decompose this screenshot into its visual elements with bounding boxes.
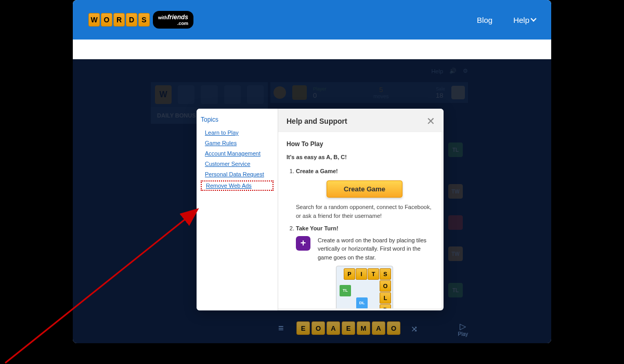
- topic-remove-ads[interactable]: Remove Web Ads: [206, 183, 270, 189]
- preview-tile-s: S: [380, 268, 391, 280]
- play-button[interactable]: ▷Play: [458, 321, 468, 337]
- header-nav: Blog Help: [477, 16, 536, 24]
- logo-letter-r: R: [113, 13, 125, 27]
- logo-letter-d: D: [126, 13, 137, 27]
- rack-tile-6[interactable]: O: [387, 321, 400, 335]
- logo-letter-s: S: [138, 13, 150, 27]
- modal-header: Help and Support ✕: [278, 109, 444, 132]
- help-label: Help: [513, 16, 529, 24]
- easy-as-text: It's as easy as A, B, C!: [287, 153, 433, 162]
- help-dropdown[interactable]: Help: [513, 16, 536, 24]
- blog-link[interactable]: Blog: [477, 16, 492, 24]
- rack-tile-2[interactable]: A: [327, 321, 340, 335]
- step2-subtext: Create a word on the board by placing ti…: [318, 236, 433, 262]
- step2-label: Take Your Turn!: [296, 225, 339, 231]
- modal-main: Help and Support ✕ How To Play It's as e…: [278, 109, 444, 310]
- rack-tile-3[interactable]: E: [342, 321, 355, 335]
- preview-tile-l: L: [380, 292, 391, 304]
- topic-customer-service[interactable]: Customer Service: [201, 159, 274, 169]
- modal-sidebar: Topics Learn to Play Game Rules Account …: [197, 109, 278, 310]
- logo-bubble: withfriends.com: [153, 11, 193, 29]
- modal-content[interactable]: How To Play It's as easy as A, B, C! Cre…: [278, 132, 441, 308]
- modal-title: Help and Support: [287, 117, 347, 125]
- rack-tile-5[interactable]: A: [372, 321, 385, 335]
- game-area: Help 🔊 ⚙ W DAILY BONUS & REWARDS Player …: [73, 59, 551, 343]
- step1-label: Create a Game!: [296, 168, 338, 174]
- rack-tile-1[interactable]: O: [311, 321, 325, 335]
- preview-tile-o: O: [380, 280, 391, 292]
- rack-tile-4[interactable]: M: [357, 321, 370, 335]
- browser-frame: W O R D S withfriends.com Blog Help Help…: [73, 0, 551, 343]
- step1-subtext: Search for a random opponent, connect to…: [296, 203, 433, 220]
- preview-dl: DL: [356, 297, 368, 308]
- logo[interactable]: W O R D S withfriends.com: [88, 11, 193, 29]
- help-modal: Topics Learn to Play Game Rules Account …: [197, 109, 444, 310]
- topic-learn-to-play[interactable]: Learn to Play: [201, 127, 274, 138]
- sub-header: [73, 40, 551, 59]
- shuffle-icon[interactable]: ⤨: [411, 324, 418, 334]
- preview-tile-d: D: [380, 304, 391, 308]
- rack-tile-0[interactable]: E: [296, 321, 310, 335]
- create-game-button[interactable]: Create Game: [327, 180, 402, 198]
- logo-letter-o: O: [101, 13, 112, 27]
- board-preview: P I T S O L D TL DL: [336, 266, 393, 308]
- tile-rack: E O A E M A O: [296, 321, 400, 335]
- preview-tile-p: P: [344, 268, 355, 280]
- preview-tile-i: I: [356, 268, 367, 280]
- logo-letter-w: W: [88, 13, 100, 27]
- close-icon[interactable]: ✕: [426, 116, 435, 126]
- plus-icon: +: [296, 236, 310, 251]
- topic-remove-ads-highlighted: Remove Web Ads: [201, 180, 274, 191]
- topic-account-management[interactable]: Account Management: [201, 148, 274, 159]
- preview-tl: TL: [340, 285, 351, 296]
- topic-personal-data[interactable]: Personal Data Request: [201, 169, 274, 179]
- how-to-play-heading: How To Play: [287, 139, 433, 149]
- hamburger-icon[interactable]: ≡: [278, 323, 284, 334]
- chevron-down-icon: [530, 16, 536, 21]
- main-header: W O R D S withfriends.com Blog Help: [73, 0, 551, 40]
- topic-game-rules[interactable]: Game Rules: [201, 138, 274, 148]
- preview-tile-t: T: [368, 268, 379, 280]
- topics-heading: Topics: [201, 116, 274, 123]
